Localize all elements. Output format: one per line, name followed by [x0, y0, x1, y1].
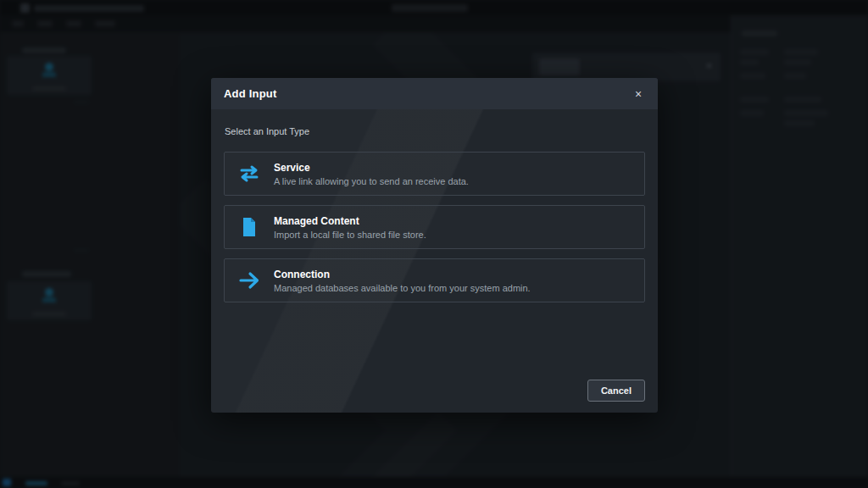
option-title: Managed Content — [274, 215, 426, 227]
dialog-footer: Cancel — [587, 380, 645, 402]
option-title: Service — [274, 162, 469, 174]
option-connection[interactable]: Connection Managed databases available t… — [224, 258, 645, 302]
option-title: Connection — [274, 269, 531, 280]
cancel-button[interactable]: Cancel — [587, 380, 645, 402]
dialog-title: Add Input — [224, 87, 276, 100]
option-service[interactable]: Service A live link allowing you to send… — [224, 152, 645, 196]
transfer-arrows-icon — [225, 164, 274, 183]
option-description: Managed databases available to you from … — [274, 283, 531, 293]
option-description: Import a local file to shared file store… — [274, 230, 426, 240]
document-icon — [225, 217, 274, 237]
select-input-type-label: Select an Input Type — [225, 126, 646, 136]
dialog-header: Add Input × — [211, 78, 658, 109]
application-window: × Add Input × Select a — [0, 0, 868, 488]
option-description: A live link allowing you to send an rece… — [274, 176, 469, 186]
arrow-right-icon — [225, 270, 274, 291]
option-managed-content[interactable]: Managed Content Import a local file to s… — [224, 205, 645, 249]
close-icon[interactable]: × — [629, 85, 648, 103]
add-input-dialog: Add Input × Select an Input Type Service… — [211, 78, 658, 413]
dialog-body: Select an Input Type Service A live link… — [211, 109, 658, 413]
